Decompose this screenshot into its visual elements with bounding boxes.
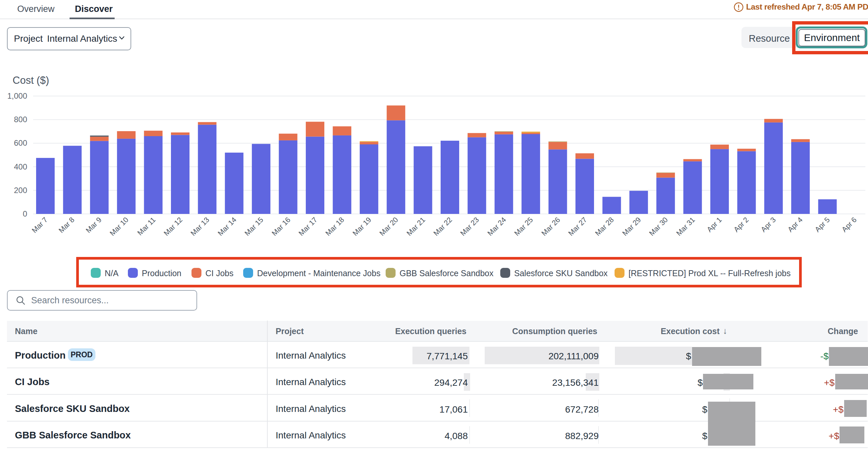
svg-text:Mar 16: Mar 16 — [270, 216, 292, 237]
svg-text:200: 200 — [14, 186, 27, 195]
svg-text:Mar 27: Mar 27 — [566, 216, 588, 237]
svg-text:Mar 28: Mar 28 — [593, 216, 615, 237]
svg-text:Mar 14: Mar 14 — [216, 216, 238, 237]
svg-text:Mar 31: Mar 31 — [675, 216, 696, 237]
svg-text:Mar 20: Mar 20 — [378, 216, 400, 237]
svg-text:1,000: 1,000 — [7, 91, 27, 100]
svg-text:Mar 21: Mar 21 — [405, 216, 427, 237]
svg-text:Apr 3: Apr 3 — [760, 216, 778, 234]
svg-text:Apr 6: Apr 6 — [840, 216, 858, 234]
svg-text:0: 0 — [23, 209, 27, 218]
svg-text:800: 800 — [14, 115, 27, 124]
svg-text:Mar 30: Mar 30 — [647, 216, 669, 237]
svg-text:Mar 10: Mar 10 — [108, 216, 130, 237]
svg-text:Mar 23: Mar 23 — [459, 216, 480, 237]
svg-text:Mar 15: Mar 15 — [243, 216, 265, 237]
svg-text:Mar 9: Mar 9 — [84, 216, 103, 234]
svg-text:Cost ($): Cost ($) — [12, 74, 49, 86]
svg-text:Mar 19: Mar 19 — [351, 216, 373, 237]
svg-text:Mar 17: Mar 17 — [297, 216, 319, 237]
svg-text:Mar 25: Mar 25 — [513, 216, 534, 237]
svg-text:Mar 24: Mar 24 — [486, 216, 507, 237]
svg-text:Mar 26: Mar 26 — [540, 216, 562, 237]
svg-text:Mar 22: Mar 22 — [432, 216, 454, 237]
svg-text:Mar 11: Mar 11 — [136, 216, 157, 237]
svg-text:Apr 1: Apr 1 — [705, 216, 723, 234]
svg-text:Apr 5: Apr 5 — [813, 216, 832, 234]
svg-text:600: 600 — [14, 138, 27, 147]
svg-text:Apr 4: Apr 4 — [786, 216, 804, 234]
svg-text:400: 400 — [14, 162, 27, 171]
svg-text:Mar 12: Mar 12 — [162, 216, 184, 237]
svg-text:Mar 18: Mar 18 — [324, 216, 345, 237]
svg-text:Apr 2: Apr 2 — [732, 216, 750, 234]
svg-text:Mar 7: Mar 7 — [30, 216, 49, 234]
svg-text:Mar 29: Mar 29 — [621, 216, 642, 237]
svg-text:Mar 13: Mar 13 — [189, 216, 211, 237]
svg-text:Mar 8: Mar 8 — [57, 216, 76, 234]
